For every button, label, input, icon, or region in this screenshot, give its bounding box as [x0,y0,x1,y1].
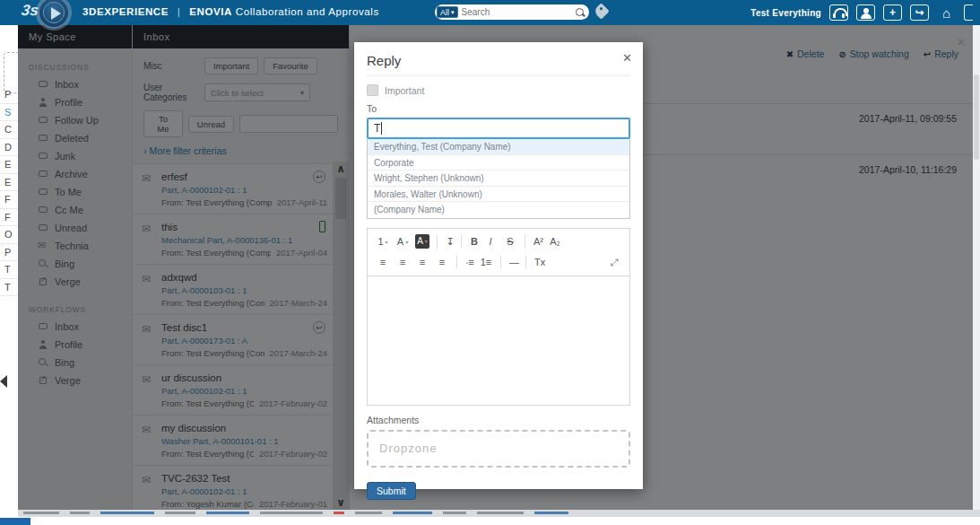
clipped-row: P [0,244,18,262]
horizontal-rule-icon[interactable]: — [500,256,521,268]
global-search: All ▾ [435,4,589,20]
toolbar-row-1: 1AA↧BISA²A₂ [373,232,624,252]
important-label: Important [385,85,424,96]
bullet-list-icon[interactable]: ∙≡ [456,256,476,268]
clipped-blue-element [0,518,30,525]
clipped-row: O [0,226,18,244]
clipped-row: T [0,279,18,297]
panel-collapse-arrow-icon[interactable] [0,375,7,388]
align-right-icon[interactable]: ≡ [412,256,432,268]
home-icon[interactable]: ⌂ [937,4,956,21]
autocomplete-option[interactable]: Wright, Stephen (Unknown) [368,171,629,187]
to-input[interactable] [367,118,630,139]
tag-icon[interactable] [593,3,609,19]
modal-title: Reply [367,53,630,76]
fullscreen-icon[interactable]: ⤢ [604,256,624,269]
user-area: Test Everything + ↪ ⌂ [750,0,973,25]
app-title: 3DEXPERIENCE | ENOVIA Collaboration and … [82,6,379,17]
bold-icon[interactable]: B [461,235,481,248]
chevron-down-icon: ▾ [451,7,455,18]
play-icon [51,7,61,20]
toolbar-row-2: ≡≡≡≡∙≡1≡—Tx⤢ [373,252,624,273]
support-headset-icon[interactable] [829,4,848,21]
search-input[interactable] [458,7,575,17]
clipped-icon[interactable] [964,4,973,21]
search-scope-select[interactable]: All ▾ [437,6,458,18]
align-left-icon[interactable]: ≡ [373,256,393,268]
app-suffix: Collaboration and Approvals [236,6,379,17]
autocomplete-option[interactable]: (Company Name) [368,202,629,218]
attachments-dropzone[interactable]: Dropzone [367,430,630,468]
editor-body[interactable] [367,276,630,406]
compass-icon[interactable] [38,0,70,29]
text-cursor [381,122,382,135]
highlight-color-icon[interactable]: A [415,234,429,249]
text-color-icon[interactable]: A [393,235,412,248]
reply-modal: ✕ Reply Important To Everything, Test (C… [354,42,643,489]
italic-icon[interactable]: I [481,235,500,248]
to-label: To [367,103,630,114]
autocomplete-option[interactable]: Everything, Test (Company Name) [368,139,629,155]
app-root: PSCDEEFFOPTT My Space DISCUSSIONS Inbox [0,0,980,525]
important-checkbox[interactable] [367,84,378,96]
profile-icon[interactable] [856,4,875,21]
numbered-list-icon[interactable]: 1≡ [476,256,496,268]
scrollbar-thumb[interactable] [974,74,979,160]
clipped-content-strip [18,510,980,517]
user-name[interactable]: Test Everything [750,8,821,18]
to-field-wrapper [367,118,630,139]
clipped-row: P [0,86,18,104]
paragraph-style-icon[interactable]: 1 [373,235,393,248]
clear-format-icon[interactable]: Tx [525,256,547,268]
align-justify-icon[interactable]: ≡ [432,256,452,268]
clipped-row: T [0,261,18,279]
autocomplete-dropdown: Everything, Test (Company Name)Corporate… [367,139,630,219]
clipped-row: F [0,209,18,227]
align-center-icon[interactable]: ≡ [393,256,412,268]
brand-name: 3DEXPERIENCE [82,6,169,17]
page-scrollbar[interactable] [973,25,980,510]
autocomplete-option[interactable]: Morales, Walter (Unknown) [368,187,629,203]
share-icon[interactable]: ↪ [910,4,929,21]
close-icon[interactable]: ✕ [622,51,632,65]
clipped-row: F [0,191,18,209]
clipped-row: C [0,121,18,139]
editor-toolbar: 1AA↧BISA²A₂ ≡≡≡≡∙≡1≡—Tx⤢ [367,228,630,276]
top-bar: 3s 3DEXPERIENCE | ENOVIA Collaboration a… [0,0,980,25]
app-name: ENOVIA [189,6,232,17]
attachments-label: Attachments [367,415,630,425]
subscript-icon[interactable]: A₂ [545,235,565,248]
superscript-icon[interactable]: A² [525,235,545,248]
underline-icon[interactable]: ↧ [437,235,456,249]
add-icon[interactable]: + [883,4,902,21]
clipped-row: S [0,104,18,122]
search-icon[interactable] [575,7,585,18]
clipped-row-list: PSCDEEFFOPTT [0,86,18,296]
clipped-row: D [0,139,18,157]
autocomplete-option[interactable]: Corporate [368,155,629,171]
clipped-row: E [0,156,18,174]
strikethrough-icon[interactable]: S [500,235,520,248]
submit-button[interactable]: Submit [367,482,416,500]
clipped-row: E [0,174,18,192]
